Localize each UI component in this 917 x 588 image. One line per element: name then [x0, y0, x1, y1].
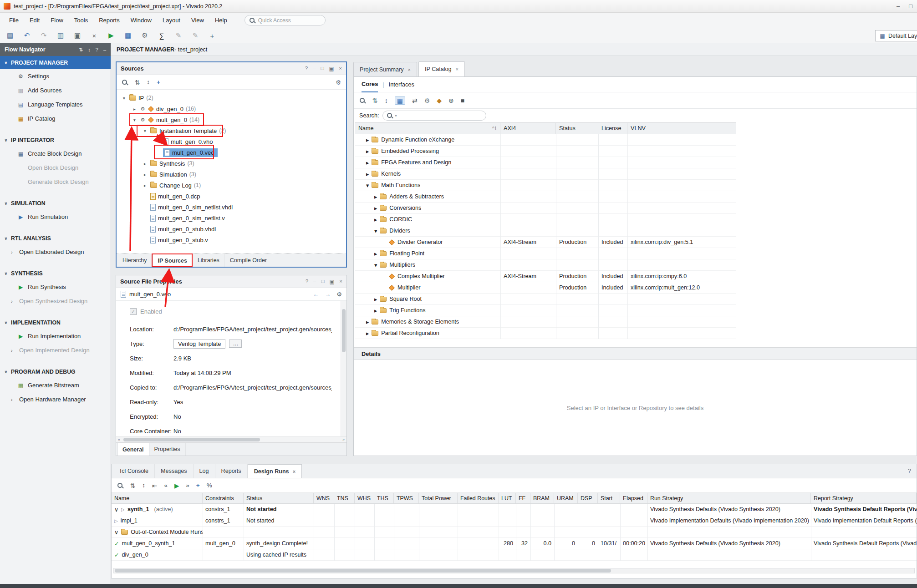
scroll-right-icon[interactable]: »	[342, 437, 345, 442]
chevron-right-icon[interactable]: ▸	[366, 148, 369, 155]
chevron-right-icon[interactable]: ›	[11, 249, 15, 255]
chevron-right-icon[interactable]: ▸	[374, 205, 377, 212]
tree-item-stub-v[interactable]: mult_gen_0_stub.v	[117, 234, 346, 245]
tab-general[interactable]: General	[117, 443, 149, 456]
step-back-icon[interactable]: «	[164, 482, 168, 489]
flow-item-run-implementation[interactable]: ▶Run Implementation	[0, 329, 111, 343]
type-combobox[interactable]: Verilog Template	[173, 339, 225, 349]
help-icon[interactable]: ?	[908, 467, 911, 474]
percent-icon[interactable]: %	[207, 482, 212, 489]
browse-button[interactable]: …	[229, 340, 242, 348]
chevron-right-icon[interactable]: ▸	[374, 307, 377, 314]
flow-item-run-simulation[interactable]: ▶Run Simulation	[0, 210, 111, 224]
chevron-right-icon[interactable]: ▸	[142, 183, 148, 188]
chevron-right-icon[interactable]: ▸	[374, 250, 377, 257]
collapse-all-icon[interactable]: ⇅	[130, 482, 135, 489]
launch-runs-icon[interactable]: ▶	[174, 482, 179, 489]
chevron-right-icon[interactable]: ▸	[374, 216, 377, 223]
column-vlnv[interactable]: VLNV	[627, 123, 736, 134]
catalog-row-complex-multiplier[interactable]: Complex MultiplierAXI4-StreamProductionI…	[355, 271, 736, 282]
flow-section-program-and-debug[interactable]: ∨PROGRAM AND DEBUG	[0, 365, 111, 378]
close-panel-icon[interactable]: ×	[339, 279, 342, 285]
help-icon[interactable]: ?	[306, 279, 308, 285]
float-panel-icon[interactable]: □	[321, 279, 324, 285]
scroll-left-icon[interactable]: «	[118, 437, 120, 442]
column-tns[interactable]: TNS	[334, 493, 355, 503]
tab-compile-order[interactable]: Compile Order	[225, 254, 272, 267]
minimize-panel-icon[interactable]: ‒	[313, 279, 316, 285]
menu-edit[interactable]: Edit	[24, 13, 45, 28]
chevron-right-icon[interactable]: ▸	[366, 171, 369, 177]
float-panel-icon[interactable]: □	[321, 66, 324, 72]
flow-section-ip-integrator[interactable]: ∨IP INTEGRATOR	[0, 133, 111, 147]
menu-window[interactable]: Window	[125, 13, 157, 28]
run-row-synth_1[interactable]: ∨▷synth_1(active) constrs_1 Not started …	[112, 504, 917, 515]
column-status[interactable]: Status	[244, 493, 314, 503]
tree-item-mult_gen_0[interactable]: ▾⚙mult_gen_0(14)	[117, 114, 346, 125]
column-start[interactable]: Start	[598, 493, 620, 503]
tree-item-simulation[interactable]: ▸Simulation(3)	[117, 169, 346, 180]
flow-item-create-block-design[interactable]: ▦Create Block Design	[0, 147, 111, 161]
flow-item-add-sources[interactable]: ▥Add Sources	[0, 83, 111, 97]
flow-item-open-elaborated-design[interactable]: ›Open Elaborated Design	[0, 245, 111, 259]
flow-item-open-hardware-manager[interactable]: ›Open Hardware Manager	[0, 392, 111, 406]
menu-file[interactable]: File	[4, 13, 24, 28]
tab-reports[interactable]: Reports	[215, 464, 248, 478]
back-icon[interactable]: ←	[313, 291, 319, 298]
flow-item-run-synthesis[interactable]: ▶Run Synthesis	[0, 280, 111, 294]
catalog-row-conversions[interactable]: ▸Conversions	[355, 203, 736, 214]
chevron-right-icon[interactable]: ▸	[374, 296, 377, 303]
search-icon[interactable]	[117, 482, 123, 489]
import-ip-icon[interactable]: ⇄	[412, 97, 418, 104]
catalog-row-trig-functions[interactable]: ▸Trig Functions	[355, 305, 736, 316]
catalog-search-input[interactable]: ▾	[382, 111, 486, 121]
tree-item-change-log[interactable]: ▸Change Log(1)	[117, 180, 346, 191]
flow-section-implementation[interactable]: ∨IMPLEMENTATION	[0, 316, 111, 329]
column-name[interactable]: Name	[112, 493, 203, 503]
catalog-row-adders-subtracters[interactable]: ▸Adders & Subtracters	[355, 191, 736, 203]
chevron-down-icon[interactable]: ▾	[366, 182, 369, 189]
selected-tree-item[interactable]: mult_gen_0.veo	[163, 148, 218, 157]
chevron-down-icon[interactable]: ∨	[114, 506, 118, 513]
flow-section-simulation[interactable]: ∨SIMULATION	[0, 197, 111, 210]
column-lut[interactable]: LUT	[499, 493, 516, 503]
column-ths[interactable]: THS	[374, 493, 394, 503]
catalog-row-math-functions[interactable]: ▾Math Functions	[355, 180, 736, 191]
layout-selector[interactable]: ▦Default Layout	[875, 30, 917, 41]
minimize-panel-icon[interactable]: ‒	[103, 47, 106, 53]
tab-log[interactable]: Log	[194, 464, 215, 478]
chevron-right-icon[interactable]: ▸	[366, 319, 369, 325]
column-dsp[interactable]: DSP	[578, 493, 598, 503]
catalog-row-kernels[interactable]: ▸Kernels	[355, 168, 736, 180]
chevron-down-icon[interactable]: ▾	[132, 117, 138, 122]
scrollbar-thumb[interactable]	[342, 309, 346, 352]
properties-panel-header[interactable]: Source File Properties ?‒□▣×	[116, 275, 346, 288]
menu-layout[interactable]: Layout	[157, 13, 186, 28]
forward-icon[interactable]: →	[325, 291, 331, 298]
vertical-scrollbar[interactable]	[341, 301, 346, 436]
step-button[interactable]: ▦	[123, 31, 132, 40]
tree-item-synthesis[interactable]: ▸Synthesis(3)	[117, 158, 346, 169]
subtab-interfaces[interactable]: Interfaces	[389, 81, 414, 88]
search-icon[interactable]	[359, 97, 366, 104]
ip-settings-icon[interactable]: ⚙	[424, 97, 430, 104]
chevron-right-icon[interactable]: ›	[11, 299, 15, 304]
flow-item-open-synthesized-design[interactable]: ›Open Synthesized Design	[0, 294, 111, 308]
report-button[interactable]: ▥	[56, 31, 65, 40]
settings-gear-icon[interactable]: ⚙	[336, 291, 342, 298]
help-icon[interactable]: ?	[96, 47, 98, 53]
tree-item-sim-netlist-v[interactable]: mult_gen_0_sim_netlist.v	[117, 213, 346, 223]
catalog-row-divider-generator[interactable]: Divider GeneratorAXI4-StreamProductionIn…	[355, 237, 736, 248]
menu-view[interactable]: View	[186, 13, 209, 28]
close-icon[interactable]: ×	[456, 66, 458, 72]
column-total-power[interactable]: Total Power	[419, 493, 458, 503]
run-row-ooc-module-runs[interactable]: ∨Out-of-Context Module Runs	[112, 527, 917, 538]
column-ff[interactable]: FF	[516, 493, 530, 503]
redo-button[interactable]: ↷	[39, 31, 48, 40]
close-icon[interactable]: ×	[293, 469, 295, 474]
chevron-down-icon[interactable]: ▾	[121, 96, 127, 101]
quick-access-search[interactable]: Quick Access	[245, 15, 326, 25]
chevron-down-icon[interactable]: ▾	[374, 228, 377, 234]
subtab-cores[interactable]: Cores	[362, 77, 378, 92]
catalog-row-partial-reconfiguration[interactable]: ▸Partial Reconfiguration	[355, 328, 736, 339]
